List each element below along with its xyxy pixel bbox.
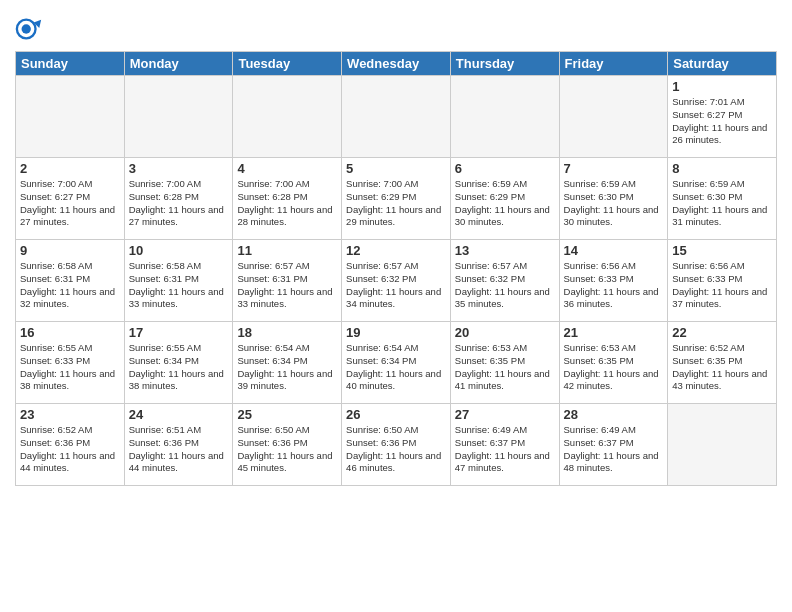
day-number: 4 (237, 161, 337, 176)
day-cell-24: 24Sunrise: 6:51 AM Sunset: 6:36 PM Dayli… (124, 404, 233, 486)
day-number: 16 (20, 325, 120, 340)
day-info: Sunrise: 6:54 AM Sunset: 6:34 PM Dayligh… (346, 342, 446, 393)
day-info: Sunrise: 6:59 AM Sunset: 6:30 PM Dayligh… (564, 178, 664, 229)
day-number: 19 (346, 325, 446, 340)
weekday-header-friday: Friday (559, 52, 668, 76)
empty-cell (124, 76, 233, 158)
day-number: 12 (346, 243, 446, 258)
day-cell-14: 14Sunrise: 6:56 AM Sunset: 6:33 PM Dayli… (559, 240, 668, 322)
day-cell-25: 25Sunrise: 6:50 AM Sunset: 6:36 PM Dayli… (233, 404, 342, 486)
day-number: 17 (129, 325, 229, 340)
day-info: Sunrise: 6:57 AM Sunset: 6:31 PM Dayligh… (237, 260, 337, 311)
weekday-header-thursday: Thursday (450, 52, 559, 76)
day-info: Sunrise: 6:53 AM Sunset: 6:35 PM Dayligh… (455, 342, 555, 393)
empty-cell (342, 76, 451, 158)
day-number: 22 (672, 325, 772, 340)
day-info: Sunrise: 6:58 AM Sunset: 6:31 PM Dayligh… (20, 260, 120, 311)
day-number: 24 (129, 407, 229, 422)
day-cell-22: 22Sunrise: 6:52 AM Sunset: 6:35 PM Dayli… (668, 322, 777, 404)
day-number: 14 (564, 243, 664, 258)
day-cell-18: 18Sunrise: 6:54 AM Sunset: 6:34 PM Dayli… (233, 322, 342, 404)
empty-cell (16, 76, 125, 158)
day-cell-20: 20Sunrise: 6:53 AM Sunset: 6:35 PM Dayli… (450, 322, 559, 404)
day-info: Sunrise: 6:53 AM Sunset: 6:35 PM Dayligh… (564, 342, 664, 393)
day-number: 3 (129, 161, 229, 176)
day-cell-12: 12Sunrise: 6:57 AM Sunset: 6:32 PM Dayli… (342, 240, 451, 322)
day-number: 6 (455, 161, 555, 176)
day-number: 20 (455, 325, 555, 340)
day-info: Sunrise: 6:50 AM Sunset: 6:36 PM Dayligh… (346, 424, 446, 475)
day-cell-13: 13Sunrise: 6:57 AM Sunset: 6:32 PM Dayli… (450, 240, 559, 322)
day-number: 2 (20, 161, 120, 176)
empty-cell (233, 76, 342, 158)
day-info: Sunrise: 7:01 AM Sunset: 6:27 PM Dayligh… (672, 96, 772, 147)
header (15, 10, 777, 43)
day-info: Sunrise: 6:57 AM Sunset: 6:32 PM Dayligh… (346, 260, 446, 311)
day-cell-27: 27Sunrise: 6:49 AM Sunset: 6:37 PM Dayli… (450, 404, 559, 486)
svg-point-1 (22, 24, 31, 33)
day-cell-28: 28Sunrise: 6:49 AM Sunset: 6:37 PM Dayli… (559, 404, 668, 486)
day-cell-11: 11Sunrise: 6:57 AM Sunset: 6:31 PM Dayli… (233, 240, 342, 322)
day-cell-16: 16Sunrise: 6:55 AM Sunset: 6:33 PM Dayli… (16, 322, 125, 404)
day-info: Sunrise: 7:00 AM Sunset: 6:29 PM Dayligh… (346, 178, 446, 229)
weekday-header-row: SundayMondayTuesdayWednesdayThursdayFrid… (16, 52, 777, 76)
day-cell-19: 19Sunrise: 6:54 AM Sunset: 6:34 PM Dayli… (342, 322, 451, 404)
day-cell-4: 4Sunrise: 7:00 AM Sunset: 6:28 PM Daylig… (233, 158, 342, 240)
day-number: 26 (346, 407, 446, 422)
day-info: Sunrise: 6:55 AM Sunset: 6:33 PM Dayligh… (20, 342, 120, 393)
day-cell-1: 1Sunrise: 7:01 AM Sunset: 6:27 PM Daylig… (668, 76, 777, 158)
day-info: Sunrise: 7:00 AM Sunset: 6:27 PM Dayligh… (20, 178, 120, 229)
day-info: Sunrise: 6:56 AM Sunset: 6:33 PM Dayligh… (672, 260, 772, 311)
day-cell-15: 15Sunrise: 6:56 AM Sunset: 6:33 PM Dayli… (668, 240, 777, 322)
day-number: 25 (237, 407, 337, 422)
day-info: Sunrise: 6:59 AM Sunset: 6:30 PM Dayligh… (672, 178, 772, 229)
week-row-2: 2Sunrise: 7:00 AM Sunset: 6:27 PM Daylig… (16, 158, 777, 240)
day-info: Sunrise: 6:56 AM Sunset: 6:33 PM Dayligh… (564, 260, 664, 311)
day-cell-10: 10Sunrise: 6:58 AM Sunset: 6:31 PM Dayli… (124, 240, 233, 322)
day-info: Sunrise: 6:50 AM Sunset: 6:36 PM Dayligh… (237, 424, 337, 475)
day-number: 21 (564, 325, 664, 340)
day-info: Sunrise: 6:59 AM Sunset: 6:29 PM Dayligh… (455, 178, 555, 229)
week-row-5: 23Sunrise: 6:52 AM Sunset: 6:36 PM Dayli… (16, 404, 777, 486)
day-info: Sunrise: 6:57 AM Sunset: 6:32 PM Dayligh… (455, 260, 555, 311)
calendar: SundayMondayTuesdayWednesdayThursdayFrid… (15, 51, 777, 486)
day-number: 7 (564, 161, 664, 176)
weekday-header-sunday: Sunday (16, 52, 125, 76)
day-number: 18 (237, 325, 337, 340)
day-info: Sunrise: 6:58 AM Sunset: 6:31 PM Dayligh… (129, 260, 229, 311)
empty-cell (559, 76, 668, 158)
day-info: Sunrise: 6:52 AM Sunset: 6:36 PM Dayligh… (20, 424, 120, 475)
day-info: Sunrise: 6:51 AM Sunset: 6:36 PM Dayligh… (129, 424, 229, 475)
day-cell-2: 2Sunrise: 7:00 AM Sunset: 6:27 PM Daylig… (16, 158, 125, 240)
day-cell-26: 26Sunrise: 6:50 AM Sunset: 6:36 PM Dayli… (342, 404, 451, 486)
day-number: 10 (129, 243, 229, 258)
day-number: 13 (455, 243, 555, 258)
day-number: 23 (20, 407, 120, 422)
day-number: 8 (672, 161, 772, 176)
day-number: 1 (672, 79, 772, 94)
empty-cell (668, 404, 777, 486)
weekday-header-saturday: Saturday (668, 52, 777, 76)
day-cell-17: 17Sunrise: 6:55 AM Sunset: 6:34 PM Dayli… (124, 322, 233, 404)
day-info: Sunrise: 7:00 AM Sunset: 6:28 PM Dayligh… (129, 178, 229, 229)
weekday-header-tuesday: Tuesday (233, 52, 342, 76)
week-row-1: 1Sunrise: 7:01 AM Sunset: 6:27 PM Daylig… (16, 76, 777, 158)
day-number: 15 (672, 243, 772, 258)
day-info: Sunrise: 6:54 AM Sunset: 6:34 PM Dayligh… (237, 342, 337, 393)
day-number: 11 (237, 243, 337, 258)
day-cell-3: 3Sunrise: 7:00 AM Sunset: 6:28 PM Daylig… (124, 158, 233, 240)
day-info: Sunrise: 6:55 AM Sunset: 6:34 PM Dayligh… (129, 342, 229, 393)
day-cell-23: 23Sunrise: 6:52 AM Sunset: 6:36 PM Dayli… (16, 404, 125, 486)
day-cell-7: 7Sunrise: 6:59 AM Sunset: 6:30 PM Daylig… (559, 158, 668, 240)
logo (15, 15, 45, 43)
day-info: Sunrise: 6:49 AM Sunset: 6:37 PM Dayligh… (564, 424, 664, 475)
day-cell-21: 21Sunrise: 6:53 AM Sunset: 6:35 PM Dayli… (559, 322, 668, 404)
day-cell-8: 8Sunrise: 6:59 AM Sunset: 6:30 PM Daylig… (668, 158, 777, 240)
day-number: 9 (20, 243, 120, 258)
page-container: SundayMondayTuesdayWednesdayThursdayFrid… (0, 0, 792, 491)
day-number: 5 (346, 161, 446, 176)
weekday-header-monday: Monday (124, 52, 233, 76)
day-number: 27 (455, 407, 555, 422)
day-info: Sunrise: 7:00 AM Sunset: 6:28 PM Dayligh… (237, 178, 337, 229)
day-cell-5: 5Sunrise: 7:00 AM Sunset: 6:29 PM Daylig… (342, 158, 451, 240)
